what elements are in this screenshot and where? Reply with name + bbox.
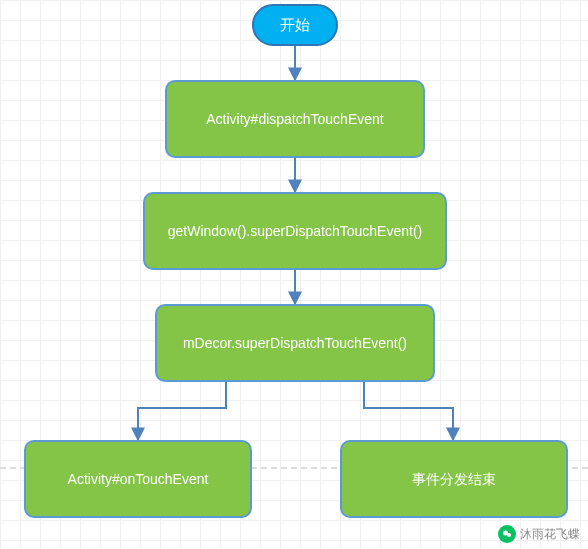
- node-n1-label: Activity#dispatchTouchEvent: [206, 110, 383, 128]
- node-dispatch-touch-event: Activity#dispatchTouchEvent: [165, 80, 425, 158]
- watermark: 沐雨花飞蝶: [498, 525, 580, 543]
- node-start: 开始: [252, 4, 338, 46]
- wechat-icon: [498, 525, 516, 543]
- node-mdecor-super-dispatch: mDecor.superDispatchTouchEvent(): [155, 304, 435, 382]
- node-n5-label: 事件分发结束: [412, 470, 496, 488]
- node-n4-label: Activity#onTouchEvent: [68, 470, 209, 488]
- watermark-text: 沐雨花飞蝶: [520, 526, 580, 543]
- node-n2-label: getWindow().superDispatchTouchEvent(): [168, 222, 422, 240]
- node-start-label: 开始: [280, 15, 310, 35]
- edge-n3-n4: [138, 381, 226, 440]
- node-activity-on-touch-event: Activity#onTouchEvent: [24, 440, 252, 518]
- edge-n3-n5: [364, 381, 453, 440]
- node-event-dispatch-end: 事件分发结束: [340, 440, 568, 518]
- node-get-window-super-dispatch: getWindow().superDispatchTouchEvent(): [143, 192, 447, 270]
- svg-point-1: [507, 533, 511, 537]
- node-n3-label: mDecor.superDispatchTouchEvent(): [183, 334, 407, 352]
